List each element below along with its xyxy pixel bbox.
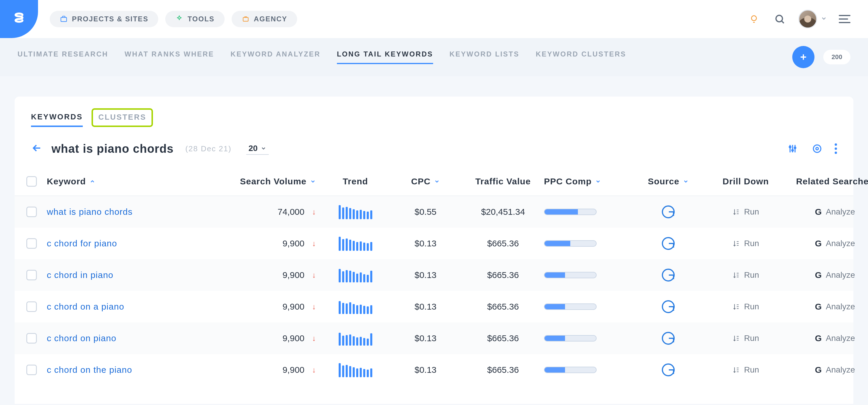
cell-source [632, 364, 705, 376]
google-icon [662, 237, 675, 250]
secondary-nav: ULTIMATE RESEARCHWHAT RANKS WHEREKEYWORD… [0, 38, 868, 76]
cell-traffic: $665.36 [462, 270, 544, 280]
related-searches-button[interactable]: GAnalyze [787, 365, 868, 375]
trend-down-icon: ↓ [312, 302, 316, 311]
related-searches-button[interactable]: GAnalyze [787, 333, 868, 343]
subnav-tab-4[interactable]: KEYWORD LISTS [450, 50, 519, 64]
table-row: c chord in piano9,900↓$0.13$665.36RunGAn… [14, 259, 854, 291]
col-search-volume[interactable]: Search Volume [228, 176, 322, 186]
related-searches-button[interactable]: GAnalyze [787, 270, 868, 280]
subnav-tab-2[interactable]: KEYWORD ANALYZER [230, 50, 320, 64]
row-checkbox[interactable] [26, 270, 37, 280]
cell-cpc: $0.13 [389, 238, 462, 249]
keyword-link[interactable]: c chord in piano [47, 270, 114, 280]
row-checkbox[interactable] [26, 333, 37, 344]
content-card: KEYWORDS CLUSTERS what is piano chords (… [14, 96, 854, 404]
cell-volume: 9,900↓ [228, 302, 322, 312]
inner-tabs: KEYWORDS CLUSTERS [14, 108, 854, 127]
count-badge: 200 [823, 50, 850, 64]
drill-down-button[interactable]: Run [705, 302, 787, 311]
arrow-left-icon[interactable] [31, 142, 43, 155]
cell-ppc [544, 240, 632, 247]
cell-ppc [544, 367, 632, 373]
cell-traffic: $665.36 [462, 238, 544, 249]
svg-point-4 [789, 146, 791, 148]
keyword-link[interactable]: c chord on piano [47, 333, 116, 343]
col-cpc[interactable]: CPC [389, 176, 462, 186]
col-drill-down: Drill Down [705, 176, 787, 186]
subnav-tab-0[interactable]: ULTIMATE RESEARCH [18, 50, 108, 64]
page-size-select[interactable]: 20 [246, 143, 269, 155]
select-all-checkbox[interactable] [26, 176, 37, 187]
row-checkbox[interactable] [26, 301, 37, 312]
trend-down-icon: ↓ [312, 207, 316, 216]
nav-projects-sites[interactable]: PROJECTS & SITES [50, 11, 158, 27]
drill-down-button[interactable]: Run [705, 207, 787, 216]
sort-az-icon [732, 335, 740, 342]
tab-keywords[interactable]: KEYWORDS [31, 108, 83, 127]
nav-agency[interactable]: AGENCY [231, 11, 298, 27]
cell-volume: 9,900↓ [228, 238, 322, 249]
svg-rect-0 [61, 18, 67, 22]
cell-traffic: $20,451.34 [462, 207, 544, 217]
top-bar: PROJECTS & SITES TOOLS AGENCY [0, 0, 868, 38]
google-g-icon: G [815, 238, 822, 249]
cell-volume: 9,900↓ [228, 270, 322, 280]
subnav-tab-3[interactable]: LONG TAIL KEYWORDS [337, 50, 433, 64]
row-checkbox[interactable] [26, 365, 37, 375]
add-button[interactable] [792, 46, 814, 68]
keyword-link[interactable]: c chord on the piano [47, 365, 132, 375]
cell-volume: 74,000↓ [228, 207, 322, 217]
related-searches-button[interactable]: GAnalyze [787, 238, 868, 249]
tab-clusters[interactable]: CLUSTERS [92, 108, 153, 127]
row-checkbox[interactable] [26, 207, 37, 217]
user-menu[interactable] [798, 10, 827, 28]
keyword-link[interactable]: c chord for piano [47, 238, 117, 249]
cell-source [632, 205, 705, 218]
cell-cpc: $0.13 [389, 302, 462, 312]
drill-down-button[interactable]: Run [705, 334, 787, 343]
subnav-tab-5[interactable]: KEYWORD CLUSTERS [536, 50, 626, 64]
hamburger-menu-icon[interactable] [839, 15, 850, 23]
sort-az-icon [732, 303, 740, 311]
nav-tools-label: TOOLS [187, 15, 214, 23]
col-related-searches: Related Searches [787, 176, 868, 186]
cell-volume: 9,900↓ [228, 365, 322, 375]
gear-icon[interactable] [810, 142, 824, 156]
search-icon[interactable] [773, 12, 787, 26]
cell-source [632, 332, 705, 345]
more-menu[interactable] [835, 143, 837, 154]
col-source[interactable]: Source [632, 176, 705, 186]
row-checkbox[interactable] [26, 238, 37, 249]
drill-down-button[interactable]: Run [705, 270, 787, 280]
sort-az-icon [732, 366, 740, 374]
chevron-down-icon [820, 15, 827, 23]
related-searches-button[interactable]: GAnalyze [787, 302, 868, 312]
app-logo[interactable] [0, 0, 38, 38]
chevron-down-icon [434, 178, 440, 184]
page-title: what is piano chords [52, 142, 174, 155]
keyword-link[interactable]: what is piano chords [47, 207, 133, 217]
sliders-icon[interactable] [785, 142, 800, 156]
subnav-tab-1[interactable]: WHAT RANKS WHERE [125, 50, 214, 64]
drill-down-button[interactable]: Run [705, 365, 787, 375]
table-row: c chord for piano9,900↓$0.13$665.36RunGA… [14, 228, 854, 259]
chevron-down-icon [310, 178, 316, 184]
related-searches-button[interactable]: GAnalyze [787, 207, 868, 217]
avatar [798, 10, 817, 28]
nav-agency-label: AGENCY [254, 15, 287, 23]
drill-down-button[interactable]: Run [705, 239, 787, 248]
page-size-value: 20 [249, 144, 258, 153]
col-ppc-comp[interactable]: PPC Comp [544, 176, 632, 186]
cell-cpc: $0.13 [389, 333, 462, 343]
nav-tools[interactable]: TOOLS [165, 11, 224, 27]
keyword-link[interactable]: c chord on a piano [47, 302, 124, 312]
cell-trend [322, 268, 389, 282]
results-table: Keyword Search Volume Trend CPC Traffic … [14, 167, 854, 386]
google-icon [662, 269, 675, 282]
col-keyword[interactable]: Keyword [47, 176, 228, 186]
lightbulb-icon[interactable] [747, 12, 761, 26]
cell-ppc [544, 209, 632, 215]
cell-trend [322, 331, 389, 346]
chevron-down-icon [683, 178, 689, 184]
